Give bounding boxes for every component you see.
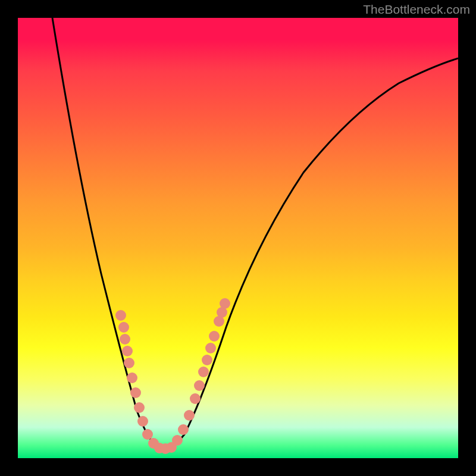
data-marker: [220, 298, 230, 309]
data-marker: [120, 334, 130, 345]
data-marker: [134, 402, 145, 413]
watermark-text: TheBottleneck.com: [363, 2, 470, 17]
data-marker: [130, 387, 141, 398]
bottleneck-curve-svg: [18, 18, 458, 458]
data-marker: [137, 416, 148, 427]
marker-group: [115, 298, 230, 454]
curve-left-branch: [52, 18, 164, 449]
data-marker: [178, 424, 189, 435]
data-marker: [202, 355, 212, 365]
plot-area: [18, 18, 458, 458]
data-marker: [122, 346, 133, 356]
curve-right-branch: [164, 58, 458, 449]
data-marker: [142, 429, 153, 440]
data-marker: [172, 435, 183, 446]
data-marker: [198, 367, 209, 377]
data-marker: [127, 372, 137, 383]
data-marker: [184, 410, 195, 421]
data-marker: [194, 380, 205, 391]
data-marker: [115, 310, 126, 321]
data-marker: [209, 331, 220, 342]
data-marker: [205, 343, 216, 353]
data-marker: [118, 322, 129, 333]
data-marker: [124, 358, 134, 368]
data-marker: [190, 393, 201, 404]
